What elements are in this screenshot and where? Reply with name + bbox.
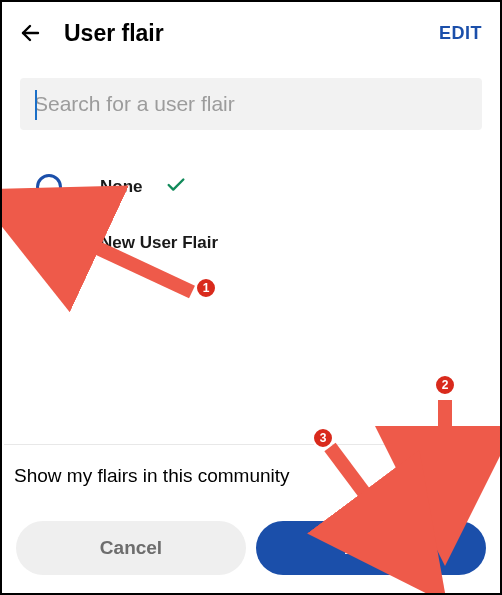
radio-unselected-icon [36,174,62,200]
page-title: User flair [64,20,439,47]
flair-option-label: New User Flair [100,233,218,253]
cancel-button[interactable]: Cancel [16,521,246,575]
annotation-badge-1: 1 [195,277,217,299]
flair-option-none[interactable]: None [36,162,480,212]
flair-options-list: None New User Flair [2,140,500,268]
divider [4,444,498,445]
show-flairs-toggle[interactable] [424,460,482,492]
header-bar: User flair EDIT [2,2,500,64]
show-flairs-row: Show my flairs in this community [14,460,482,492]
search-input[interactable] [20,78,482,130]
apply-button[interactable]: Apply [256,521,486,575]
toggle-knob [453,463,479,489]
flair-option-new-user-flair[interactable]: New User Flair [36,218,480,268]
radio-selected-icon [36,230,62,256]
annotation-badge-3: 3 [312,427,334,449]
back-arrow-icon[interactable] [16,19,44,47]
flair-option-label: None [100,177,143,197]
text-cursor [35,90,37,120]
checkmark-icon [165,174,187,200]
search-container [2,64,500,140]
button-row: Cancel Apply [16,521,486,575]
edit-button[interactable]: EDIT [439,23,482,44]
show-flairs-label: Show my flairs in this community [14,465,290,487]
annotation-badge-2: 2 [434,374,456,396]
